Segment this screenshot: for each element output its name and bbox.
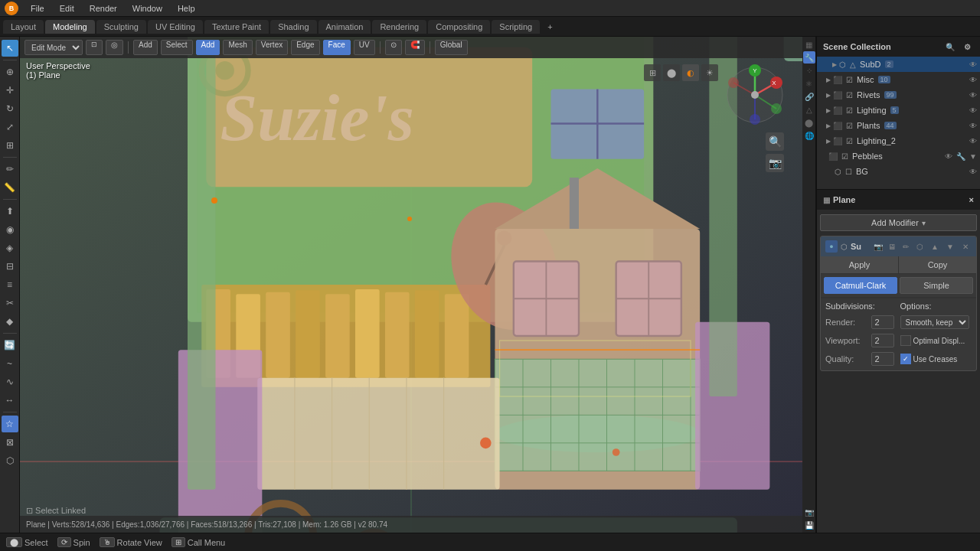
menu-render[interactable]: Render [87, 2, 120, 15]
modifier-apply-button[interactable]: Apply [821, 256, 899, 273]
menu-file[interactable]: File [28, 2, 47, 15]
modifier-viewport-icon[interactable]: 🖥 [886, 240, 898, 253]
icon-render-settings[interactable]: 📷 [803, 506, 815, 518]
viewport-select-btn[interactable]: Select [161, 40, 193, 55]
viewport-proportional-btn[interactable]: ⊙ [385, 40, 402, 55]
icon-material[interactable]: ⬤ [803, 116, 815, 129]
viewport-display-solid[interactable]: ⬤ [663, 64, 680, 81]
tool-knife[interactable]: ✂ [2, 295, 18, 311]
tool-inset[interactable]: ◉ [2, 221, 18, 238]
outliner-item-rivets[interactable]: ▶ ⬛ ☑ Rivets 99 👁 [817, 87, 980, 103]
modifier-close-btn[interactable]: ✕ [959, 240, 972, 253]
rivets-vis-icon[interactable]: 👁 [969, 91, 977, 99]
pebbles-vis-icon[interactable]: 👁 [945, 152, 952, 161]
lighting2-vis-icon[interactable]: 👁 [969, 137, 977, 145]
viewport-value-input[interactable] [871, 334, 894, 347]
add-modifier-button[interactable]: Add Modifier ▾ [820, 214, 977, 231]
tool-active[interactable]: ☆ [2, 416, 18, 432]
viewport-display-material[interactable]: ◐ [682, 64, 699, 81]
smooth-dropdown[interactable]: Smooth, keep c... [900, 315, 969, 329]
viewport-mesh-btn[interactable]: Mesh [223, 40, 252, 55]
outliner-search-btn[interactable]: 🔍 [943, 40, 957, 54]
viewport-transform-btn[interactable]: Global [435, 40, 468, 55]
outliner-filter-btn[interactable]: ⚙ [960, 40, 974, 54]
outliner-item-bg[interactable]: ⬡ ☐ BG 👁 [817, 164, 980, 179]
modifier-edit-icon[interactable]: ✏ [900, 240, 912, 253]
viewport-uv-btn[interactable]: UV [354, 40, 375, 55]
tab-rendering[interactable]: Rendering [372, 20, 426, 34]
tool-select[interactable]: ↖ [2, 40, 18, 57]
camera-btn[interactable]: 📷 [766, 154, 784, 172]
icon-modifier[interactable]: 🔧 [803, 51, 815, 64]
tab-texture-paint[interactable]: Texture Paint [204, 20, 269, 34]
tool-spin[interactable]: 🔄 [2, 337, 18, 354]
icon-constraints[interactable]: 🔗 [803, 90, 815, 103]
icon-object-data[interactable]: △ [803, 103, 815, 116]
optimal-checkbox[interactable] [900, 335, 911, 346]
tool-scale[interactable]: ⤢ [2, 119, 18, 135]
viewport-display-wire[interactable]: ⊞ [644, 64, 661, 81]
outliner-item-misc[interactable]: ▶ ⬛ ☑ Misc 10 👁 [817, 72, 980, 87]
edit-mode-select[interactable]: Edit Mode [24, 40, 83, 55]
navigation-gizmo[interactable]: X Y [724, 64, 786, 127]
modifier-copy-button[interactable]: Copy [899, 256, 976, 273]
tool-annotate[interactable]: ✏ [2, 161, 18, 178]
modifier-catmull-clark-btn[interactable]: Catmull-Clark [824, 277, 897, 294]
viewport-display-render[interactable]: ☀ [701, 64, 718, 81]
bg-vis-icon[interactable]: 👁 [969, 168, 977, 176]
modifier-down-btn[interactable]: ▼ [944, 240, 956, 253]
tab-scripting[interactable]: Scripting [492, 20, 540, 34]
outliner-item-pebbles[interactable]: ⬛ ☑ Pebbles 👁 🔧 ▼ [817, 148, 980, 164]
viewport-view-btn[interactable]: Add [133, 40, 158, 55]
tab-animation[interactable]: Animation [318, 20, 371, 34]
icon-particles[interactable]: ⁘ [803, 64, 815, 77]
tool-measure[interactable]: 📏 [2, 179, 18, 196]
tab-modeling[interactable]: Modeling [45, 20, 95, 34]
viewport-snap-btn[interactable]: 🧲 [405, 40, 425, 55]
tab-layout[interactable]: Layout [3, 20, 44, 34]
tab-compositing[interactable]: Compositing [428, 20, 490, 34]
tool-rotate[interactable]: ↻ [2, 100, 18, 117]
modifier-toggle[interactable]: ● [825, 240, 838, 253]
tool-loop-cut[interactable]: ⊟ [2, 258, 18, 275]
plants-vis-icon[interactable]: 👁 [969, 122, 977, 130]
add-workspace-button[interactable]: + [541, 20, 558, 34]
outliner-item-lighting[interactable]: ▶ ⬛ ☑ Lighting 5 👁 [817, 103, 980, 118]
tab-shading[interactable]: Shading [270, 20, 316, 34]
use-creases-checkbox[interactable]: ✓ [900, 354, 911, 364]
tool-polypen[interactable]: ◆ [2, 313, 18, 330]
render-value-input[interactable] [871, 315, 894, 329]
tool-move[interactable]: ✛ [2, 82, 18, 99]
viewport-face-btn[interactable]: Face [323, 40, 351, 55]
tool-edge-slide[interactable]: ↔ [2, 392, 18, 409]
lighting-vis-icon[interactable]: 👁 [969, 106, 977, 115]
tool-smooth[interactable]: ~ [2, 355, 18, 372]
icon-output[interactable]: 💾 [803, 519, 815, 531]
modifier-camera-icon[interactable]: 📷 [872, 240, 884, 253]
modifier-cage-icon[interactable]: ⬡ [913, 240, 926, 253]
viewport-perspective-btn[interactable]: ⊡ [86, 40, 103, 55]
icon-world[interactable]: 🌐 [803, 129, 815, 142]
tab-uv-editing[interactable]: UV Editing [148, 20, 203, 34]
outliner-item-lighting2[interactable]: ▶ ⬛ ☑ Lighting_2 👁 [817, 133, 980, 148]
outliner-item-subd[interactable]: ▶ ⬡ △ SubD 2 👁 [817, 57, 980, 72]
tab-sculpting[interactable]: Sculpting [96, 20, 146, 34]
menu-window[interactable]: Window [129, 2, 165, 15]
tool-transform[interactable]: ⊞ [2, 137, 18, 154]
icon-scene-data[interactable]: ▦ [803, 38, 815, 51]
viewport-vertex-btn[interactable]: Vertex [256, 40, 288, 55]
viewport-edge-btn[interactable]: Edge [291, 40, 319, 55]
modifier-simple-btn[interactable]: Simple [900, 277, 973, 294]
tool-extrude[interactable]: ⬆ [2, 203, 18, 220]
viewport-overlay-btn[interactable]: ◎ [106, 40, 123, 55]
tool-shear[interactable]: ⬡ [2, 452, 18, 469]
3d-viewport[interactable]: Suzie's [20, 37, 802, 533]
outliner-item-plants[interactable]: ▶ ⬛ ☑ Plants 44 👁 [817, 118, 980, 133]
tool-cursor[interactable]: ⊕ [2, 64, 18, 80]
subd-vis-icon[interactable]: 👁 [969, 60, 977, 69]
viewport-add-btn[interactable]: Add [196, 40, 220, 55]
menu-edit[interactable]: Edit [57, 2, 77, 15]
properties-close-btn[interactable]: × [969, 195, 974, 204]
tool-bevel[interactable]: ◈ [2, 240, 18, 256]
modifier-up-btn[interactable]: ▲ [929, 240, 941, 253]
